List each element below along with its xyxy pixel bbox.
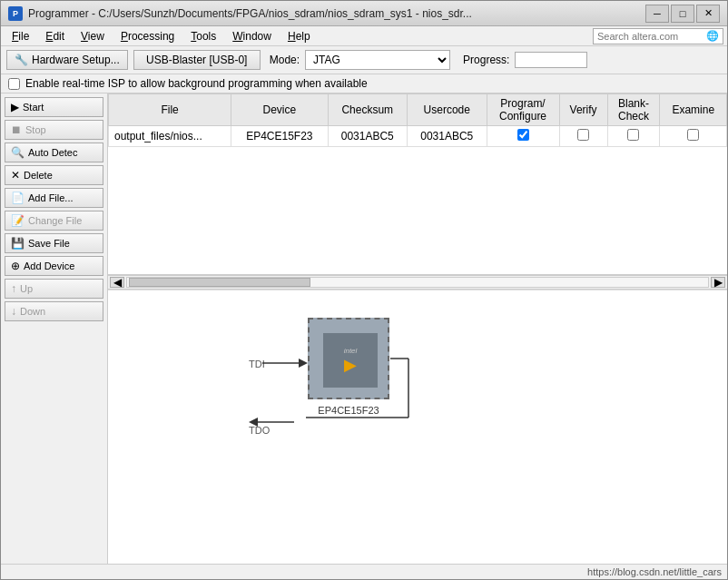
auto-detect-button[interactable]: 🔍 Auto Detec (5, 143, 103, 162)
content-area: File Device Checksum Usercode Program/Co… (108, 93, 727, 564)
cell-blank-check[interactable] (607, 126, 660, 147)
hardware-setup-button[interactable]: 🔧 Hardware Setup... (6, 50, 128, 70)
minimize-button[interactable]: ─ (645, 5, 669, 23)
col-device: Device (231, 94, 328, 126)
enable-isp-checkbox[interactable] (8, 78, 20, 90)
start-icon: ▶ (11, 101, 19, 113)
cell-device: EP4CE15F23 (231, 126, 328, 147)
diagram-area: TDI intel ▶ EP4CE15F23 (108, 290, 727, 489)
col-blank-check: Blank-Check (607, 94, 660, 126)
auto-detect-label: Auto Detec (28, 147, 77, 158)
menu-tools[interactable]: Tools (183, 28, 223, 44)
examine-checkbox[interactable] (687, 129, 699, 141)
table-row: output_files/nios... EP4CE15F23 0031ABC5… (109, 126, 727, 147)
start-label: Start (23, 102, 44, 113)
progress-label: Progress: (463, 54, 509, 66)
col-program: Program/Configure (487, 94, 559, 126)
up-icon: ↑ (11, 282, 16, 295)
maximize-button[interactable]: □ (671, 5, 694, 23)
start-button[interactable]: ▶ Start (5, 97, 103, 117)
menu-window[interactable]: Window (225, 28, 279, 44)
usb-blaster-label: USB-Blaster [USB-0] (146, 54, 247, 66)
hardware-setup-label: Hardware Setup... (32, 54, 120, 66)
mode-select[interactable]: JTAG Active Serial Programming Passive S… (305, 50, 450, 70)
search-icon: 🌐 (706, 30, 719, 42)
add-file-label: Add File... (28, 192, 74, 203)
change-file-button[interactable]: 📝 Change File (5, 211, 103, 231)
menu-view[interactable]: View (74, 28, 112, 44)
delete-icon: ✕ (11, 169, 20, 182)
delete-button[interactable]: ✕ Delete (5, 165, 103, 185)
col-file: File (109, 94, 231, 126)
down-label: Down (20, 306, 45, 317)
cell-file: output_files/nios... (109, 126, 231, 147)
col-checksum: Checksum (328, 94, 407, 126)
enable-isp-row: Enable real-time ISP to allow background… (1, 74, 727, 93)
save-file-button[interactable]: 💾 Save File (5, 233, 103, 253)
verify-checkbox[interactable] (577, 129, 589, 141)
tdi-arrow (262, 354, 308, 372)
blank-check-checkbox[interactable] (627, 129, 639, 141)
app-icon: P (8, 6, 23, 21)
scrollbar-thumb[interactable] (129, 278, 310, 287)
cell-checksum: 0031ABC5 (328, 126, 407, 147)
search-box[interactable]: 🌐 (593, 28, 723, 44)
down-button[interactable]: ↓ Down (5, 301, 103, 321)
jtag-circuit-lines (306, 318, 415, 427)
cell-program[interactable] (487, 126, 559, 147)
add-device-button[interactable]: ⊕ Add Device (5, 256, 103, 276)
scroll-left-button[interactable]: ◀ (110, 277, 124, 288)
toolbar: 🔧 Hardware Setup... USB-Blaster [USB-0] … (1, 46, 727, 74)
up-label: Up (20, 283, 33, 294)
stop-button[interactable]: ⏹ Stop (5, 120, 103, 140)
scroll-right-button[interactable]: ▶ (711, 277, 725, 288)
menu-file[interactable]: File (5, 28, 36, 44)
search-input[interactable] (597, 31, 706, 42)
menu-help[interactable]: Help (280, 28, 318, 44)
main-area: ▶ Start ⏹ Stop 🔍 Auto Detec ✕ Delete 📄 A… (1, 93, 727, 564)
menu-bar: File Edit View Processing Tools Window H… (1, 26, 727, 46)
save-file-icon: 💾 (11, 237, 25, 250)
window-title: Programmer - C:/Users/Sunzh/Documents/FP… (28, 7, 645, 20)
col-usercode: Usercode (408, 94, 487, 126)
stop-label: Stop (25, 124, 46, 135)
tdo-label: TDO (249, 425, 270, 436)
save-file-label: Save File (28, 238, 70, 249)
cell-examine[interactable] (660, 126, 727, 147)
mode-label: Mode: (270, 54, 300, 66)
change-file-label: Change File (28, 215, 82, 226)
col-verify: Verify (559, 94, 607, 126)
horizontal-scrollbar-area[interactable]: ◀ ▶ (108, 275, 727, 290)
main-window: P Programmer - C:/Users/Sunzh/Documents/… (0, 0, 728, 580)
sidebar: ▶ Start ⏹ Stop 🔍 Auto Detec ✕ Delete 📄 A… (1, 93, 108, 564)
status-url: https://blog.csdn.net/little_cars (587, 566, 722, 577)
menu-processing[interactable]: Processing (113, 28, 182, 44)
add-file-icon: 📄 (11, 192, 25, 204)
stop-icon: ⏹ (11, 123, 22, 136)
table-area: File Device Checksum Usercode Program/Co… (108, 93, 727, 275)
up-button[interactable]: ↑ Up (5, 279, 103, 299)
usb-blaster-button[interactable]: USB-Blaster [USB-0] (133, 50, 261, 70)
program-checkbox[interactable] (517, 129, 529, 141)
hardware-icon: 🔧 (15, 54, 28, 66)
add-device-icon: ⊕ (11, 260, 20, 272)
status-bar: https://blog.csdn.net/little_cars (1, 564, 727, 579)
add-file-button[interactable]: 📄 Add File... (5, 188, 103, 208)
add-device-label: Add Device (24, 261, 74, 271)
change-file-icon: 📝 (11, 214, 25, 227)
menu-edit[interactable]: Edit (38, 28, 72, 44)
col-examine: Examine (660, 94, 727, 126)
close-button[interactable]: ✕ (696, 5, 720, 23)
window-controls: ─ □ ✕ (645, 5, 720, 23)
auto-detect-icon: 🔍 (11, 146, 25, 159)
title-bar: P Programmer - C:/Users/Sunzh/Documents/… (1, 1, 727, 26)
progress-bar (515, 52, 587, 68)
down-icon: ↓ (11, 305, 16, 318)
cell-verify[interactable] (559, 126, 607, 147)
device-table: File Device Checksum Usercode Program/Co… (108, 93, 727, 147)
scrollbar-track[interactable] (126, 277, 709, 288)
cell-usercode: 0031ABC5 (408, 126, 487, 147)
enable-isp-label: Enable real-time ISP to allow background… (25, 77, 368, 90)
delete-label: Delete (24, 170, 53, 181)
